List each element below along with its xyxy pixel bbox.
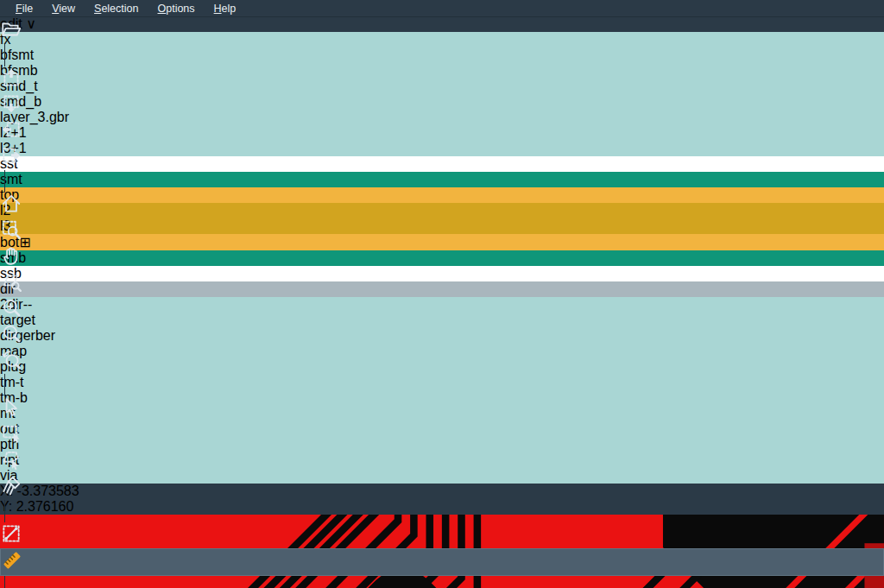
pan-up-icon[interactable] [0, 66, 884, 92]
menu-file[interactable]: File [7, 1, 41, 16]
menu-bar: File View Selection Options Help [0, 0, 884, 17]
menu-view[interactable]: View [43, 1, 84, 16]
zoom-object-icon[interactable] [0, 270, 884, 296]
toolbar [0, 18, 884, 53]
menu-selection[interactable]: Selection [85, 1, 147, 16]
layer-row-smt[interactable]: smt [0, 172, 884, 187]
application-window: File View Selection Options Help [0, 0, 884, 588]
layer-label-bar[interactable]: smt [0, 172, 884, 187]
toolbar-separator [4, 500, 5, 522]
measure-line-icon[interactable] [0, 522, 884, 548]
coord-y: Y: 2.376160 [0, 499, 884, 515]
menu-options[interactable]: Options [148, 1, 203, 16]
layer-row-tm-t[interactable]: tm-t [0, 375, 884, 390]
toolbar-separator [4, 44, 5, 66]
toolbar-separator [4, 576, 5, 588]
pan-left-icon[interactable] [0, 118, 884, 144]
layer-label-bar[interactable]: tm-t [0, 375, 884, 390]
zoom-in-icon[interactable] [0, 296, 884, 322]
toolbar-separator [4, 170, 5, 193]
layer-label: smt [0, 172, 22, 187]
sweep-brush-icon[interactable] [0, 474, 884, 500]
measure-ruler-icon[interactable] [0, 548, 884, 576]
zoom-window-icon[interactable] [0, 218, 884, 244]
menu-help[interactable]: Help [205, 1, 245, 16]
home-view-icon[interactable] [0, 193, 884, 218]
select-polygon-icon[interactable] [0, 448, 884, 474]
select-rectangle-icon[interactable] [0, 422, 884, 448]
pan-down-icon[interactable] [0, 92, 884, 118]
pan-right-icon[interactable] [0, 144, 884, 170]
pan-hand-icon[interactable] [0, 244, 884, 270]
select-arrow-icon[interactable] [0, 396, 884, 422]
zoom-out-icon[interactable] [0, 322, 884, 348]
open-folder-icon[interactable] [0, 18, 884, 44]
zoom-previous-icon[interactable] [0, 348, 884, 374]
toolbar-separator [4, 374, 5, 396]
